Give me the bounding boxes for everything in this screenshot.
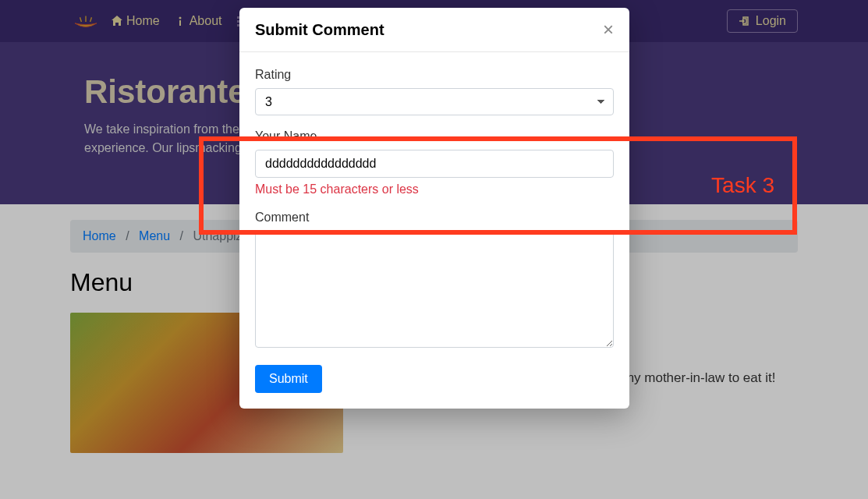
close-icon: × <box>603 19 614 40</box>
rating-select[interactable]: 3 <box>255 88 614 115</box>
comment-textarea[interactable] <box>255 231 614 348</box>
comment-label: Comment <box>255 211 614 225</box>
submit-button[interactable]: Submit <box>255 365 322 393</box>
close-button[interactable]: × <box>603 20 614 39</box>
rating-label: Rating <box>255 68 614 82</box>
name-label: Your Name <box>255 129 614 143</box>
name-error: Must be 15 characters or less <box>255 182 614 196</box>
modal-title: Submit Comment <box>255 21 384 39</box>
submit-comment-modal: Submit Comment × Rating 3 Your Name Must… <box>239 8 629 409</box>
name-input[interactable] <box>255 150 614 178</box>
